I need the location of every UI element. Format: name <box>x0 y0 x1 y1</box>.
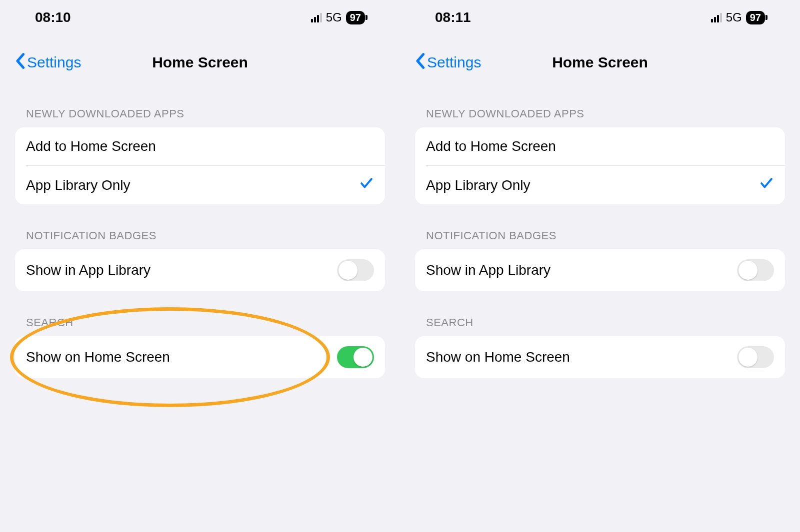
back-label: Settings <box>27 54 81 71</box>
phone-left: 08:10 5G 97 Settings Home Screen NEWLY D… <box>0 0 400 532</box>
toggle-show-in-app-library[interactable] <box>737 259 774 281</box>
toggle-show-in-app-library[interactable] <box>337 259 374 281</box>
option-label: App Library Only <box>26 177 130 193</box>
status-time: 08:10 <box>35 9 71 25</box>
back-button[interactable]: Settings <box>415 52 481 73</box>
status-right: 5G 97 <box>711 10 765 24</box>
nav-header: Settings Home Screen <box>415 45 785 80</box>
row-show-on-home-screen: Show on Home Screen <box>415 336 785 378</box>
back-button[interactable]: Settings <box>15 52 81 73</box>
toggle-show-on-home-screen[interactable] <box>737 346 774 368</box>
option-add-to-home[interactable]: Add to Home Screen <box>415 127 785 165</box>
section-newly-downloaded: NEWLY DOWNLOADED APPS Add to Home Screen… <box>415 107 785 204</box>
status-bar: 08:11 5G 97 <box>415 0 785 35</box>
option-card: Add to Home Screen App Library Only <box>15 127 385 204</box>
status-right: 5G 97 <box>311 10 365 24</box>
section-header: NOTIFICATION BADGES <box>415 229 785 249</box>
phone-right: 08:11 5G 97 Settings Home Screen NEWLY D… <box>400 0 800 532</box>
section-header: NEWLY DOWNLOADED APPS <box>415 107 785 127</box>
toggle-show-on-home-screen[interactable] <box>337 346 374 368</box>
chevron-left-icon <box>415 52 425 73</box>
section-search: SEARCH Show on Home Screen <box>15 316 385 378</box>
row-label: Show in App Library <box>426 262 550 278</box>
toggle-card: Show on Home Screen <box>415 336 785 378</box>
row-show-in-app-library: Show in App Library <box>415 249 785 291</box>
chevron-left-icon <box>15 52 25 73</box>
section-search: SEARCH Show on Home Screen <box>415 316 785 378</box>
page-title: Home Screen <box>152 54 248 71</box>
cellular-signal-icon <box>311 12 322 22</box>
section-header: SEARCH <box>415 316 785 336</box>
row-label: Show on Home Screen <box>26 349 170 365</box>
nav-header: Settings Home Screen <box>15 45 385 80</box>
section-header: NOTIFICATION BADGES <box>15 229 385 249</box>
section-newly-downloaded: NEWLY DOWNLOADED APPS Add to Home Screen… <box>15 107 385 204</box>
toggle-card: Show in App Library <box>15 249 385 291</box>
section-notification-badges: NOTIFICATION BADGES Show in App Library <box>15 229 385 291</box>
option-label: Add to Home Screen <box>26 138 156 154</box>
section-header: NEWLY DOWNLOADED APPS <box>15 107 385 127</box>
row-label: Show in App Library <box>26 262 150 278</box>
option-app-library-only[interactable]: App Library Only <box>415 166 785 204</box>
status-bar: 08:10 5G 97 <box>15 0 385 35</box>
row-show-on-home-screen: Show on Home Screen <box>15 336 385 378</box>
option-label: Add to Home Screen <box>426 138 556 154</box>
back-label: Settings <box>427 54 481 71</box>
cellular-signal-icon <box>711 12 722 22</box>
toggle-card: Show in App Library <box>415 249 785 291</box>
row-show-in-app-library: Show in App Library <box>15 249 385 291</box>
page-title: Home Screen <box>552 54 648 71</box>
battery-icon: 97 <box>346 11 365 24</box>
network-label: 5G <box>326 10 342 24</box>
option-label: App Library Only <box>426 177 530 193</box>
battery-icon: 97 <box>746 11 765 24</box>
option-add-to-home[interactable]: Add to Home Screen <box>15 127 385 165</box>
status-time: 08:11 <box>435 9 471 25</box>
option-app-library-only[interactable]: App Library Only <box>15 166 385 204</box>
network-label: 5G <box>726 10 742 24</box>
toggle-card: Show on Home Screen <box>15 336 385 378</box>
row-label: Show on Home Screen <box>426 349 570 365</box>
section-notification-badges: NOTIFICATION BADGES Show in App Library <box>415 229 785 291</box>
section-header: SEARCH <box>15 316 385 336</box>
checkmark-icon <box>359 176 374 194</box>
checkmark-icon <box>759 176 774 194</box>
option-card: Add to Home Screen App Library Only <box>415 127 785 204</box>
